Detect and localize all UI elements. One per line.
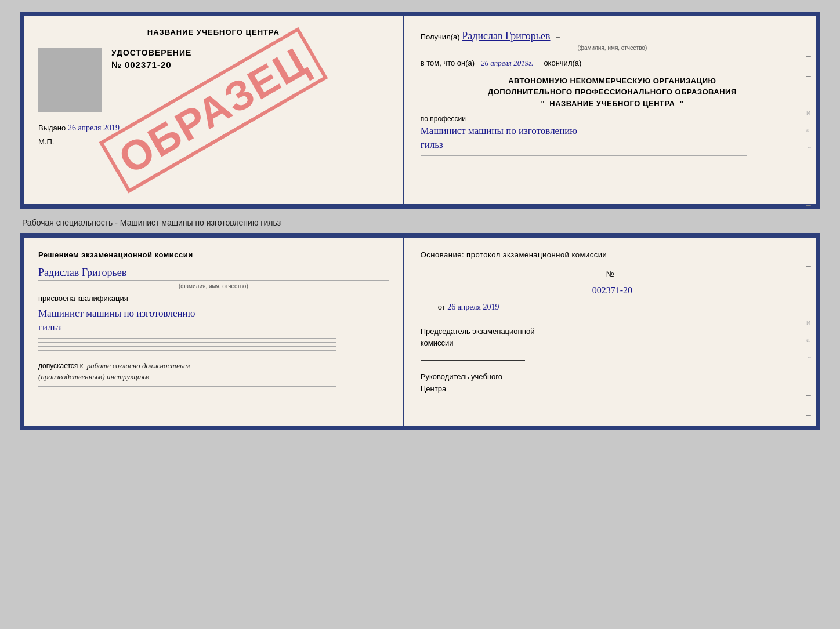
dopuskaetsya-block: допускается к работе согласно должностны… [38,360,389,383]
chairman-line1: Председатель экзаменационной [421,327,535,336]
dash4: – [806,161,812,170]
org-name: НАЗВАНИЕ УЧЕБНОГО ЦЕНТРА [549,99,675,108]
cert-label: УДОСТОВЕРЕНИЕ [111,48,389,57]
bottom-name-block: Радислав Григорьев (фамилия, имя, отчест… [38,267,389,289]
dopuskaetsya-prefix: допускается к [38,362,83,370]
date-prefix-bottom: от [438,303,446,311]
right-side-marks-top: – – – И а ← – – – [806,51,812,209]
completion-date: 26 апреля 2019г. [481,59,533,67]
org-quote-close: " [680,99,684,108]
dash-b2: – [806,281,812,290]
a-mark-b: а [806,337,812,343]
dash1: – [806,51,812,60]
profession-line2: гильз [421,139,443,150]
bottom-recipient-name: Радислав Григорьев [38,267,126,278]
osnovaniye-text: Основание: протокол экзаменационной коми… [421,250,607,259]
protocol-date-block: от 26 апреля 2019 [421,301,804,314]
center-head-line2: Центра [421,384,446,393]
issued-date: 26 апреля 2019 [68,123,120,132]
center-head-signature-line [421,406,502,406]
protocol-date: 26 апреля 2019 [447,303,499,311]
a-mark: а [806,127,812,133]
protocol-number-block: № 002371-20 [421,268,804,297]
profession-handwritten: Машинист машины по изготовлению гильз [421,124,804,152]
recipient-name: Радислав Григорьев [462,30,550,42]
photo-placeholder [38,48,102,112]
fio-label-bottom: (фамилия, имя, отчество) [38,283,389,289]
bottom-right-section: Основание: протокол экзаменационной коми… [421,249,804,406]
chairman-line2: комиссии [421,339,454,347]
qualification-line1: Машинист машины по изготовлению [38,308,195,319]
doc-top-right: Получил(а) Радислав Григорьев – (фамилия… [404,16,816,204]
info-mark-b: И [806,320,812,326]
date-prefix: в том, что он(а) [421,59,475,67]
profession-label: по профессии [421,115,804,123]
right-side-marks-bottom: – – – И а ← – – – [806,261,812,419]
org-name-line: " НАЗВАНИЕ УЧЕБНОГО ЦЕНТРА " [421,98,804,110]
dash-b4: – [806,370,812,380]
org-line2: ДОПОЛНИТЕЛЬНОГО ПРОФЕССИОНАЛЬНОГО ОБРАЗО… [421,86,804,98]
date-line: в том, что он(а) 26 апреля 2019г. окончи… [421,57,804,70]
dash6: – [806,200,812,209]
org-line1: АВТОНОМНУЮ НЕКОММЕРЧЕСКУЮ ОРГАНИЗАЦИЮ [421,75,804,87]
osnovaniye-label: Основание: протокол экзаменационной коми… [421,249,804,261]
center-head-block: Руководитель учебного Центра [421,371,804,395]
section-title-text: Решением экзаменационной комиссии [38,250,193,259]
issued-prefix: Выдано [38,123,66,132]
top-left-title: НАЗВАНИЕ УЧЕБНОГО ЦЕНТРА [38,28,389,37]
dash-b5: – [806,390,812,399]
document-bottom: Решением экзаменационной комиссии Радисл… [20,233,820,430]
cert-number: № 002371-20 [111,60,389,70]
issued-line: Выдано 26 апреля 2019 [38,123,389,133]
fio-label-top: (фамилия, имя, отчество) [421,43,804,53]
org-quote-open: " [541,99,545,108]
received-prefix: Получил(а) [421,32,460,41]
profession-line1: Машинист машины по изготовлению [421,125,577,136]
dash-b1: – [806,261,812,270]
info-mark: И [806,110,812,117]
page-wrapper: НАЗВАНИЕ УЧЕБНОГО ЦЕНТРА УДОСТОВЕРЕНИЕ №… [20,12,820,430]
bottom-qualification: Машинист машины по изготовлению гильз [38,307,389,335]
doc-top-left: НАЗВАНИЕ УЧЕБНОГО ЦЕНТРА УДОСТОВЕРЕНИЕ №… [24,16,404,204]
dash-b6: – [806,410,812,419]
dash3: – [806,90,812,100]
arrow-mark-b: ← [806,354,812,360]
dash5: – [806,180,812,190]
dash-b3: – [806,300,812,310]
bottom-left-title: Решением экзаменационной комиссии [38,249,389,261]
middle-text: Рабочая специальность - Машинист машины … [22,218,820,227]
assigned-label: присвоена квалификация [38,293,389,305]
chairman-block: Председатель экзаменационной комиссии [421,326,804,350]
doc-bottom-left: Решением экзаменационной комиссии Радисл… [24,238,404,426]
qualification-line2: гильз [38,322,61,333]
document-top: НАЗВАНИЕ УЧЕБНОГО ЦЕНТРА УДОСТОВЕРЕНИЕ №… [20,12,820,209]
number-prefix: № [606,270,614,278]
dash2: – [806,71,812,80]
mp-label: М.П. [38,137,389,146]
doc-bottom-right: Основание: протокол экзаменационной коми… [404,238,816,426]
center-head-line1: Руководитель учебного [421,372,502,381]
received-line: Получил(а) Радислав Григорьев – (фамилия… [421,28,804,53]
org-text: АВТОНОМНУЮ НЕКОММЕРЧЕСКУЮ ОРГАНИЗАЦИЮ ДО… [421,75,804,110]
chairman-signature-line [421,360,525,361]
protocol-number: 002371-20 [421,283,804,298]
arrow-mark: ← [806,144,812,150]
finished-label: окончил(а) [544,59,581,67]
